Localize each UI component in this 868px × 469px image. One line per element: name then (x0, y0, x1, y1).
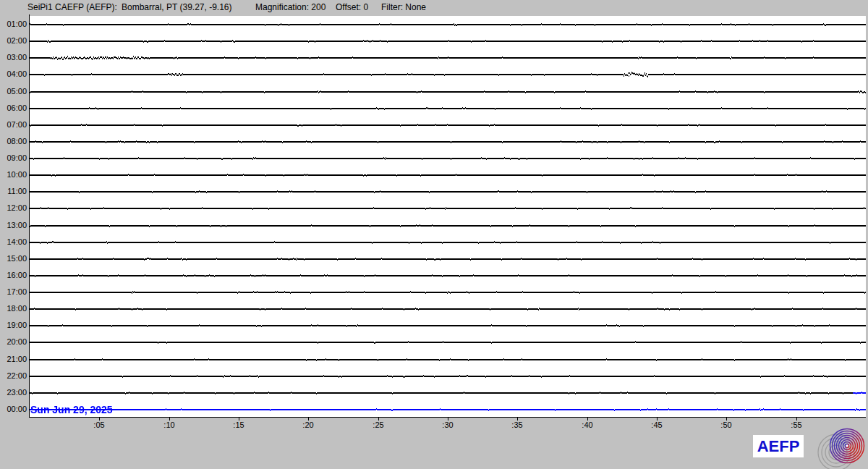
hour-tick-label: 12:00 (0, 203, 27, 213)
minute-tick-label: :35 (505, 421, 529, 429)
location-label: Bombarral, PT (39.27, -9.16) (122, 2, 232, 12)
hour-tick-label: 18:00 (0, 304, 27, 313)
hour-tick-label: 21:00 (0, 355, 27, 364)
hour-tick-label: 01:00 (0, 20, 27, 29)
hour-tick-label: 16:00 (0, 271, 27, 280)
hour-tick-label: 08:00 (0, 137, 27, 146)
hour-tick-label: 10:00 (0, 170, 27, 179)
minute-tick-label: :55 (784, 421, 809, 429)
hour-tick-label: 00:00 (0, 405, 27, 414)
station-label: SeiPi1 CAEFP (AEFP): (27, 2, 117, 12)
hour-tick-label: 13:00 (0, 221, 27, 230)
minute-tick-label: :05 (87, 421, 111, 429)
minute-tick-label: :10 (157, 421, 182, 429)
helicorder-window: { "header": { "station": "SeiPi1 CAEFP (… (0, 0, 868, 469)
current-date-label: Sun Jun 29, 2025 (30, 404, 113, 415)
helicorder-plot-area[interactable] (29, 16, 866, 418)
aefp-spiral-logo (814, 428, 867, 469)
minute-tick-label: :20 (296, 421, 320, 429)
seismic-trace-canvas[interactable] (30, 16, 866, 417)
minute-tick-label: :50 (714, 421, 739, 429)
hour-tick-label: 04:00 (0, 69, 27, 79)
hour-tick-label: 11:00 (0, 187, 27, 196)
hour-tick-label: 06:00 (0, 103, 27, 113)
aefp-logo-box: AEFP (753, 435, 804, 457)
hour-tick-label: 17:00 (0, 287, 27, 297)
minute-tick-label: :40 (575, 421, 600, 429)
hour-tick-label: 03:00 (0, 53, 27, 62)
hour-tick-label: 05:00 (0, 87, 27, 96)
offset-label: Offset: 0 (336, 2, 368, 12)
hour-tick-label: 09:00 (0, 153, 27, 163)
magnification-label: Magnification: 200 (255, 2, 326, 12)
aefp-logo-text: AEFP (757, 437, 800, 456)
minute-tick-label: :15 (226, 421, 251, 429)
hour-tick-label: 07:00 (0, 120, 27, 130)
hour-tick-label: 22:00 (0, 371, 27, 381)
minute-tick-label: :30 (435, 421, 460, 429)
minute-tick-label: :25 (366, 421, 391, 429)
filter-label: Filter: None (381, 2, 426, 12)
hour-tick-label: 14:00 (0, 237, 27, 247)
hour-tick-label: 02:00 (0, 36, 27, 46)
hour-tick-label: 23:00 (0, 388, 27, 397)
hour-tick-label: 20:00 (0, 337, 27, 347)
hour-tick-label: 19:00 (0, 321, 27, 330)
minute-tick-label: :45 (644, 421, 669, 429)
hour-tick-label: 15:00 (0, 254, 27, 263)
logo-color-rings (830, 429, 864, 463)
